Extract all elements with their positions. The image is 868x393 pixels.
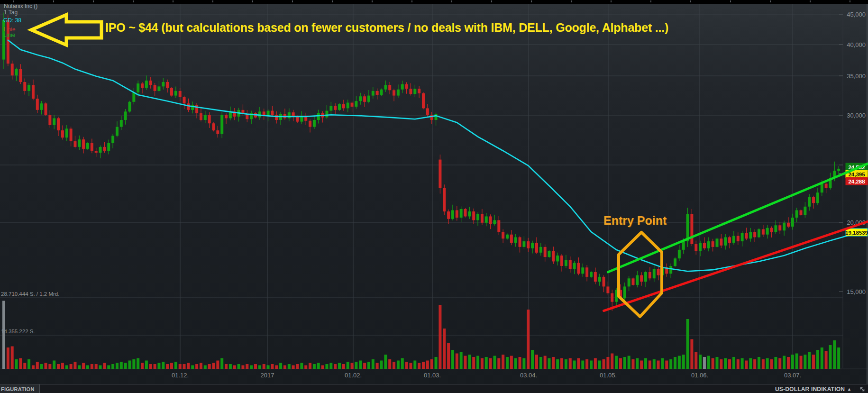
volume-bar: [577, 358, 580, 369]
volume-bar: [53, 361, 55, 369]
candle-body: [531, 243, 534, 248]
legend-gd38[interactable]: GD: 38: [3, 17, 21, 24]
volume-bar: [506, 357, 509, 369]
volume-bar: [57, 364, 60, 369]
candle-body: [611, 293, 613, 302]
candle-body: [598, 277, 601, 282]
volume-bar: [422, 362, 425, 369]
volume-bar: [200, 363, 202, 369]
volume-bar: [699, 355, 702, 369]
volume-bar: [720, 359, 722, 369]
volume-bar: [124, 363, 127, 369]
volume-bar: [45, 363, 47, 369]
volume-bar: [279, 363, 282, 369]
configuration-button[interactable]: FIGURATION: [0, 384, 40, 393]
candle-body: [124, 111, 127, 120]
candle-body: [15, 69, 18, 75]
volume-bar: [413, 361, 416, 369]
volume-bar: [128, 361, 131, 369]
volume-bar: [283, 366, 286, 369]
volume-bar: [724, 358, 727, 369]
candle-body: [355, 101, 357, 107]
volume-bar: [250, 366, 253, 369]
volume-bar: [678, 356, 681, 369]
legend-linie-green[interactable]: Linie: [3, 32, 15, 38]
candle-body: [577, 263, 580, 274]
volume-bar: [447, 343, 450, 369]
currency-indication-button[interactable]: US-DOLLAR INDIKATION: [775, 386, 845, 393]
expand-chart-icon[interactable]: [859, 385, 866, 393]
volume-bar: [808, 352, 811, 369]
candle-body: [363, 96, 366, 102]
volume-bar: [636, 358, 639, 369]
price-tag-value: 24,288: [848, 179, 865, 184]
candle-body: [91, 143, 93, 151]
volume-bar: [338, 363, 341, 369]
candle-body: [699, 243, 702, 251]
candle-body: [120, 120, 123, 127]
x-axis-label: 01.06.: [691, 372, 708, 379]
candle-body: [443, 188, 446, 211]
volume-bar: [154, 364, 156, 369]
candle-body: [103, 147, 106, 151]
candle-body: [741, 233, 744, 241]
candle-body: [456, 210, 458, 218]
candle-body: [409, 89, 412, 94]
candle-body: [11, 64, 14, 75]
volume-bar: [686, 319, 689, 369]
candle-body: [111, 136, 114, 143]
volume-axis-label: 14.355.222 S.: [1, 329, 35, 334]
volume-bar: [191, 366, 194, 369]
volume-bar: [405, 362, 408, 369]
volume-bar: [716, 357, 719, 369]
candle-body: [825, 183, 828, 188]
volume-bar: [300, 363, 303, 369]
candle-body: [82, 139, 85, 149]
candle-body: [724, 237, 727, 245]
candle-body: [506, 235, 509, 239]
candle-body: [132, 92, 135, 102]
candle-body: [342, 104, 345, 109]
candle-body: [170, 88, 173, 96]
candle-body: [590, 272, 593, 277]
trendlines-layer[interactable]: [604, 164, 868, 311]
volume-bar: [539, 357, 542, 369]
volume-bar: [569, 358, 572, 369]
currency-dropdown-triangle-icon[interactable]: ▲: [847, 387, 851, 392]
volume-bar: [649, 361, 651, 369]
volume-bar: [65, 366, 68, 369]
volume-bar: [149, 364, 152, 369]
candle-body: [380, 90, 383, 95]
candle-body: [48, 115, 51, 125]
volume-bar: [216, 361, 219, 369]
candle-body: [514, 237, 517, 243]
volume-bar: [275, 366, 278, 369]
volume-bar: [179, 364, 182, 369]
volume-bar: [481, 358, 484, 369]
candle-body: [32, 85, 35, 99]
candle-body: [439, 160, 441, 188]
candle-body: [141, 83, 144, 88]
volume-bar: [86, 366, 89, 369]
candle-body: [485, 216, 488, 222]
candle-body: [179, 91, 182, 97]
volume-bar: [502, 355, 504, 369]
candlestick-chart[interactable]: 45,00040,00035,00030,00020,00015,00001.1…: [0, 0, 868, 393]
volume-bar: [590, 361, 593, 369]
drawing-annotations-layer[interactable]: [31, 15, 662, 317]
volume-bar: [451, 350, 454, 369]
volume-bar: [690, 339, 693, 369]
grid-layer: [0, 4, 868, 384]
volume-bar: [78, 366, 81, 369]
volume-bar: [703, 357, 706, 369]
volume-bar: [669, 359, 672, 369]
volume-bar: [91, 364, 93, 369]
candle-body: [581, 267, 584, 274]
timeframe-label[interactable]: 1 Tag: [4, 9, 18, 16]
volume-bar: [238, 364, 240, 369]
volume-bar: [15, 359, 18, 369]
candle-body: [569, 260, 572, 269]
volume-bar: [267, 366, 270, 369]
candle-body: [795, 210, 798, 218]
candle-body: [472, 211, 475, 220]
